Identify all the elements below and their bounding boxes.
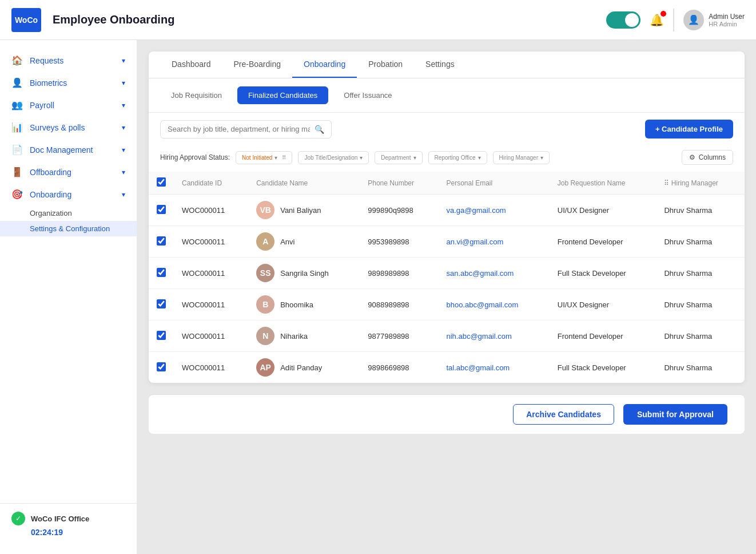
archive-candidates-button[interactable]: Archive Candidates [513,404,614,425]
row-manager: Dhruv Sharma [656,258,745,289]
header-right: 🔔 👤 Admin User HR Admin [606,9,745,31]
select-all-checkbox[interactable] [157,177,166,187]
submit-approval-button[interactable]: Submit for Approval [623,404,727,425]
sidebar-footer: ✓ WoCo IFC Office 02:24:19 [0,503,137,545]
main-layout: 🏠 Requests ▾ 👤 Biometrics ▾ 👥 Payroll ▾ [0,40,756,554]
sidebar-item-payroll[interactable]: 👥 Payroll ▾ [0,94,137,116]
row-candidate-name: A Anvi [248,226,360,258]
row-manager: Dhruv Sharma [656,226,745,258]
table-row: WOC000011 SS Sangrila Singh 9898989898 s… [149,258,745,289]
row-checkbox-cell [149,195,174,226]
sidebar-sub-organization[interactable]: Organization [0,205,137,221]
row-checkbox-cell [149,352,174,383]
chevron-down-icon: ▾ [540,155,543,161]
col-email: Personal Email [438,172,549,195]
table-row: WOC000011 AP Aditi Panday 9898669898 tal… [149,352,745,383]
status-dot: ✓ [11,512,25,525]
email-link[interactable]: va.ga@gmail.com [446,206,506,215]
row-candidate-id: WOC000011 [174,320,248,352]
office-time: 02:24:19 [11,528,125,537]
row-candidate-name: VB Vani Baliyan [248,195,360,226]
row-email: va.ga@gmail.com [438,195,549,226]
sidebar-item-doc-management[interactable]: 📄 Doc Management ▾ [0,138,137,161]
chevron-icon: ▾ [122,146,125,154]
row-checkbox[interactable] [157,331,166,340]
sub-tab-job-requisition[interactable]: Job Requisition [160,86,233,104]
department-filter[interactable]: Department ▾ [375,151,422,164]
toggle-switch[interactable] [606,11,640,29]
sidebar-item-requests[interactable]: 🏠 Requests ▾ [0,49,137,72]
biometrics-icon: 👤 [11,77,23,88]
surveys-icon: 📊 [11,122,23,133]
sidebar-item-surveys[interactable]: 📊 Surveys & polls ▾ [0,116,137,138]
search-box: 🔍 [160,120,332,138]
hiring-manager-filter[interactable]: Hiring Manager ▾ [493,151,550,164]
row-job: Frontend Developer [550,320,656,352]
email-link[interactable]: tal.abc@gmail.com [446,363,510,372]
tab-onboarding[interactable]: Onboarding [292,52,357,78]
row-checkbox[interactable] [157,362,166,371]
page-title: Employee Onboarding [53,13,606,26]
columns-icon: ⚙ [689,153,695,161]
payroll-icon: 👥 [11,100,23,110]
table-row: WOC000011 A Anvi 9953989898 an.vi@gmail.… [149,226,745,258]
drag-icon: ⠿ [282,155,286,161]
row-candidate-name: N Niharika [248,320,360,352]
row-phone: 9877989898 [360,320,438,352]
user-text: Admin User HR Admin [709,13,745,27]
toolbar: 🔍 + Candidate Profile [149,113,745,145]
hiring-status-filter[interactable]: Not Initiated ▾ ⠿ [236,151,292,164]
bell-badge [660,11,666,17]
row-phone: 9898669898 [360,352,438,383]
row-checkbox-cell [149,258,174,289]
content-card: Dashboard Pre-Boarding Onboarding Probat… [149,52,745,383]
row-checkbox[interactable] [157,236,166,246]
columns-button[interactable]: ⚙ Columns [682,150,733,165]
row-candidate-name: SS Sangrila Singh [248,258,360,289]
row-phone: 9953989898 [360,226,438,258]
hiring-status-value: Not Initiated [242,155,272,161]
drag-handle-icon: ⠿ [664,179,669,187]
reporting-office-filter[interactable]: Reporting Office ▾ [428,151,487,164]
sub-tabs-bar: Job Requisition Finalized Candidates Off… [149,78,745,113]
sidebar-item-onboarding[interactable]: 🎯 Onboarding ▾ [0,183,137,205]
row-job: UI/UX Designer [550,289,656,320]
sub-tab-offer-issuance[interactable]: Offer Issuance [333,86,403,104]
bottom-bar: Archive Candidates Submit for Approval [149,394,745,434]
table-row: WOC000011 B Bhoomika 9088989898 bhoo.abc… [149,289,745,320]
row-checkbox[interactable] [157,268,166,277]
col-manager: ⠿ Hiring Manager [656,172,745,195]
office-name: WoCo IFC Office [31,515,89,523]
tabs-bar: Dashboard Pre-Boarding Onboarding Probat… [149,52,745,78]
row-checkbox[interactable] [157,299,166,308]
email-link[interactable]: an.vi@gmail.com [446,238,503,246]
email-link[interactable]: nih.abc@gmail.com [446,332,511,341]
row-phone: 9088989898 [360,289,438,320]
row-job: UI/UX Designer [550,195,656,226]
logo[interactable]: WoCo [11,8,41,32]
onboarding-icon: 🎯 [11,189,23,200]
tab-dashboard[interactable]: Dashboard [160,52,222,78]
user-info: 👤 Admin User HR Admin [683,10,745,30]
job-title-filter[interactable]: Job Title/Designation ▾ [298,151,369,164]
sidebar-item-label: Biometrics [30,78,67,88]
search-icon[interactable]: 🔍 [315,125,324,134]
tab-settings[interactable]: Settings [414,52,466,78]
sidebar-item-offboarding[interactable]: 🚪 Offboarding ▾ [0,161,137,183]
search-input[interactable] [168,125,310,133]
tab-probation[interactable]: Probation [357,52,414,78]
sidebar-sub-settings-config[interactable]: Settings & Configuration [0,221,137,236]
row-checkbox[interactable] [157,205,166,214]
avatar: 👤 [683,10,704,30]
chevron-icon: ▾ [122,191,125,199]
sub-tab-finalized-candidates[interactable]: Finalized Candidates [237,86,328,104]
email-link[interactable]: san.abc@gmail.com [446,269,514,278]
toggle-knob [625,13,639,27]
table-row: WOC000011 N Niharika 9877989898 nih.abc@… [149,320,745,352]
row-email: nih.abc@gmail.com [438,320,549,352]
email-link[interactable]: bhoo.abc@gmail.com [446,300,518,309]
col-job: Job Requestion Name [550,172,656,195]
tab-pre-boarding[interactable]: Pre-Boarding [222,52,293,78]
sidebar-item-biometrics[interactable]: 👤 Biometrics ▾ [0,72,137,94]
candidate-profile-button[interactable]: + Candidate Profile [645,120,733,138]
